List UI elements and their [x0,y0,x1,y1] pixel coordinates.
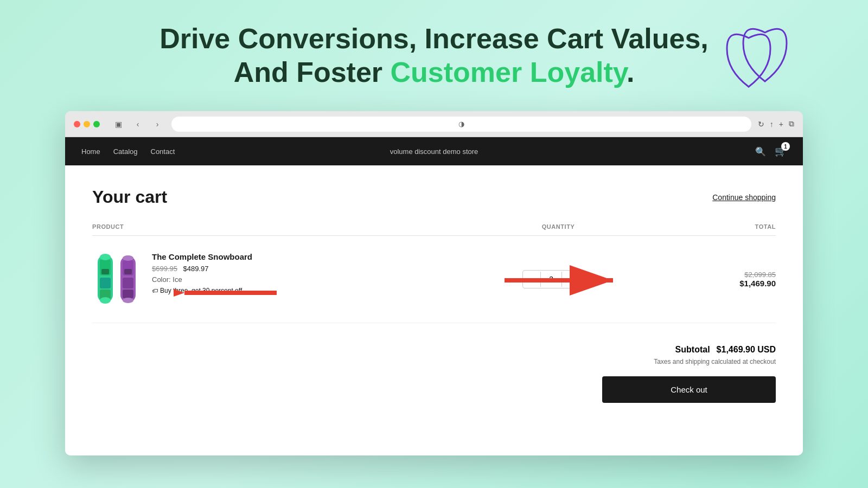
svg-rect-8 [123,278,133,288]
hero-section: Drive Conversions, Increase Cart Values,… [0,0,868,100]
product-price-sale: $489.97 [183,265,208,273]
hero-line2-suffix: . [627,56,634,88]
browser-chrome: ▣ ‹ › ◑ ↻ ↑ + ⧉ [65,111,803,137]
quantity-controls: − 3 + [522,270,580,288]
product-price-original: $699.95 [152,265,177,273]
product-name: The Complete Snowboard [152,252,465,261]
new-tab-icon[interactable]: + [779,120,783,129]
cart-badge: 1 [781,142,790,151]
tag-icon: 🏷 [152,287,158,294]
cart-page: Your cart Continue shopping PRODUCT QUAN… [65,165,803,425]
svg-rect-13 [124,269,132,274]
forward-button[interactable]: › [150,117,165,132]
total-sale: $1,469.90 [739,279,776,288]
back-button[interactable]: ‹ [130,117,145,132]
tab-overview-icon[interactable]: ⧉ [789,119,794,129]
svg-point-10 [123,255,133,261]
cart-icon-wrapper[interactable]: 🛒 1 [775,145,787,157]
svg-point-11 [123,298,133,303]
shield-icon: ◑ [458,120,464,128]
product-image [92,252,141,306]
svg-rect-9 [123,290,133,298]
quantity-decrease-button[interactable]: − [523,271,540,288]
search-icon[interactable]: 🔍 [755,146,766,157]
subtotal-row: Subtotal $1,469.90 USD [675,345,776,355]
address-bar[interactable]: ◑ [171,117,751,132]
quantity-increase-button[interactable]: + [562,271,579,288]
quantity-value: 3 [540,272,562,287]
sidebar-toggle[interactable]: ▣ [111,117,126,132]
svg-rect-12 [101,269,109,274]
discount-badge: 🏷 Buy three, get 30 percent off [152,287,465,294]
product-variant: Color: Ice [152,275,465,284]
nav-home[interactable]: Home [81,147,100,156]
delete-button[interactable]: 🗑 [586,275,594,284]
product-col: The Complete Snowboard $699.95 $489.97 C… [92,252,465,306]
store-nav: Home Catalog Contact volume discount dem… [65,137,803,165]
close-button[interactable] [74,121,80,127]
store-title: volume discount demo store [390,147,478,156]
browser-right-controls: ↻ ↑ + ⧉ [758,119,794,129]
svg-point-4 [100,254,111,260]
col-product-header: PRODUCT [92,223,465,230]
hero-line2-highlight: Customer Loyalty [391,56,627,88]
cart-title: Your cart [92,187,167,207]
checkout-button[interactable]: Check out [602,376,776,403]
tax-note: Taxes and shipping calculated at checkou… [654,358,776,365]
total-original: $2,099.85 [652,271,776,279]
share-icon[interactable]: ↑ [770,120,774,129]
cart-item: The Complete Snowboard $699.95 $489.97 C… [92,236,776,323]
svg-rect-2 [100,278,111,288]
browser-window: ▣ ‹ › ◑ ↻ ↑ + ⧉ Home Catalog Contact [65,111,803,455]
subtotal-label: Subtotal [675,345,710,355]
traffic-lights [74,121,100,127]
browser-controls: ▣ ‹ › [111,117,165,132]
continue-shopping-link[interactable]: Continue shopping [712,193,776,202]
nav-links: Home Catalog Contact [81,147,175,156]
nav-catalog[interactable]: Catalog [113,147,138,156]
quantity-col: − 3 + 🗑 [465,270,652,288]
discount-text: Buy three, get 30 percent off [160,287,242,294]
nav-icons: 🔍 🛒 1 [755,145,787,157]
store-content: Home Catalog Contact volume discount dem… [65,137,803,455]
cart-table-header: PRODUCT QUANTITY TOTAL [92,223,776,236]
hero-line1: Drive Conversions, Increase Cart Values, [0,22,868,55]
maximize-button[interactable] [93,121,100,127]
svg-point-5 [100,297,111,304]
refresh-icon[interactable]: ↻ [758,120,764,129]
hero-line2-prefix: And Foster [234,56,391,88]
subtotal-value: $1,469.90 USD [717,345,776,355]
subtotal-area: Subtotal $1,469.90 USD Taxes and shippin… [92,345,776,403]
col-quantity-header: QUANTITY [465,223,652,230]
col-total-header: TOTAL [652,223,776,230]
total-col: $2,099.85 $1,469.90 [652,271,776,288]
hero-title: Drive Conversions, Increase Cart Values,… [0,22,868,89]
cart-header: Your cart Continue shopping [92,187,776,207]
nav-contact[interactable]: Contact [151,147,175,156]
minimize-button[interactable] [84,121,90,127]
hero-line2: And Foster Customer Loyalty. [0,55,868,89]
product-info: The Complete Snowboard $699.95 $489.97 C… [152,252,465,294]
